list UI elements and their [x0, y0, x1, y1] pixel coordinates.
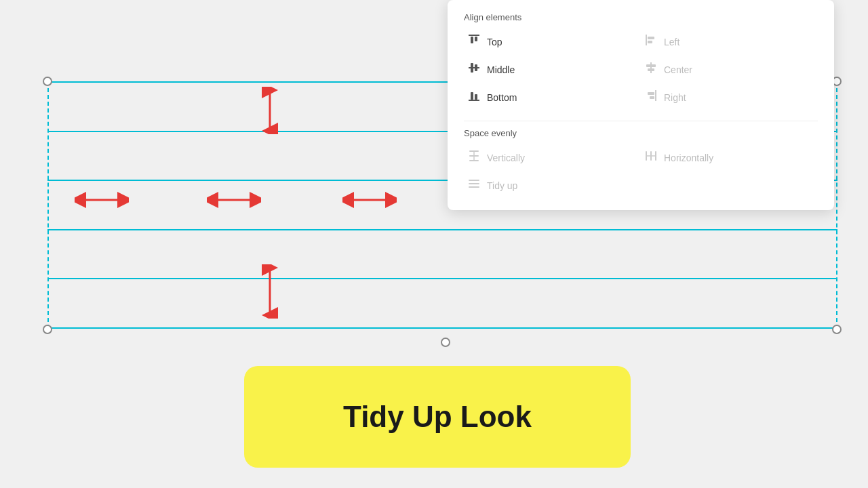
svg-rect-26	[648, 68, 654, 71]
svg-rect-30	[655, 90, 656, 101]
svg-rect-35	[469, 160, 479, 161]
handle-bottom-center[interactable]	[441, 338, 450, 347]
space-vertically-button[interactable]: Vertically	[464, 145, 641, 170]
align-top-label: Top	[487, 37, 502, 47]
svg-rect-43	[469, 180, 479, 181]
svg-rect-45	[469, 186, 479, 188]
h-arrow-3	[342, 190, 397, 215]
yellow-banner: Tidy Up Look	[244, 366, 631, 468]
svg-rect-15	[469, 35, 479, 36]
align-left-label: Left	[664, 37, 679, 47]
handle-br[interactable]	[832, 325, 842, 334]
align-middle-label: Middle	[487, 64, 515, 75]
vertical-arrow-bottom	[259, 264, 281, 323]
vertical-space-icon	[467, 149, 481, 166]
align-bottom-button[interactable]: Bottom	[464, 85, 641, 110]
h-arrow-1	[75, 190, 129, 215]
right-align-icon	[644, 89, 658, 106]
svg-rect-19	[648, 37, 654, 39]
svg-rect-20	[648, 41, 652, 43]
align-center-button[interactable]: Center	[641, 57, 818, 82]
svg-rect-23	[475, 64, 477, 71]
banner-text: Tidy Up Look	[343, 400, 532, 434]
svg-rect-44	[469, 183, 479, 184]
svg-rect-24	[650, 62, 652, 73]
svg-rect-27	[469, 100, 479, 101]
svg-rect-38	[646, 151, 647, 161]
align-right-button[interactable]: Right	[641, 85, 818, 110]
align-panel: Align elements Top	[448, 0, 834, 210]
top-align-icon	[467, 33, 481, 50]
center-align-icon	[644, 61, 658, 78]
svg-rect-31	[648, 92, 654, 95]
space-horizontally-button[interactable]: Horizontally	[641, 145, 818, 170]
space-section-title: Space evenly	[464, 128, 818, 138]
align-section-title: Align elements	[464, 12, 818, 22]
svg-rect-32	[650, 96, 654, 99]
align-center-label: Center	[664, 64, 692, 75]
align-top-button[interactable]: Top	[464, 29, 641, 54]
space-grid: Vertically Horizontally	[464, 145, 818, 198]
svg-rect-25	[646, 64, 656, 67]
align-middle-button[interactable]: Middle	[464, 57, 641, 82]
handle-tl[interactable]	[43, 77, 52, 86]
svg-rect-22	[471, 63, 473, 73]
svg-rect-40	[655, 151, 656, 161]
svg-rect-29	[475, 94, 477, 100]
canvas: Tidy Up Look Align elements Top	[0, 0, 868, 488]
tidy-up-icon	[467, 177, 481, 194]
middle-align-icon	[467, 61, 481, 78]
h-arrow-2	[207, 190, 261, 215]
svg-rect-33	[469, 150, 479, 152]
svg-rect-17	[475, 37, 477, 41]
svg-rect-16	[471, 37, 473, 43]
svg-rect-34	[469, 155, 479, 157]
vertical-arrow-top	[259, 87, 281, 139]
svg-rect-18	[646, 35, 647, 45]
align-bottom-label: Bottom	[487, 92, 517, 103]
align-right-label: Right	[664, 92, 686, 103]
handle-bl[interactable]	[43, 325, 52, 334]
svg-rect-21	[469, 67, 479, 68]
bottom-align-icon	[467, 89, 481, 106]
panel-divider	[464, 121, 818, 121]
tidy-up-label: Tidy up	[487, 180, 517, 191]
tidy-up-button[interactable]: Tidy up	[464, 173, 641, 198]
space-vertically-label: Vertically	[487, 152, 525, 163]
svg-rect-28	[471, 92, 473, 100]
svg-rect-39	[650, 151, 652, 161]
align-left-button[interactable]: Left	[641, 29, 818, 54]
space-horizontally-label: Horizontally	[664, 152, 713, 163]
align-grid: Top Left	[464, 29, 818, 110]
horizontal-space-icon	[644, 149, 658, 166]
left-align-icon	[644, 33, 658, 50]
